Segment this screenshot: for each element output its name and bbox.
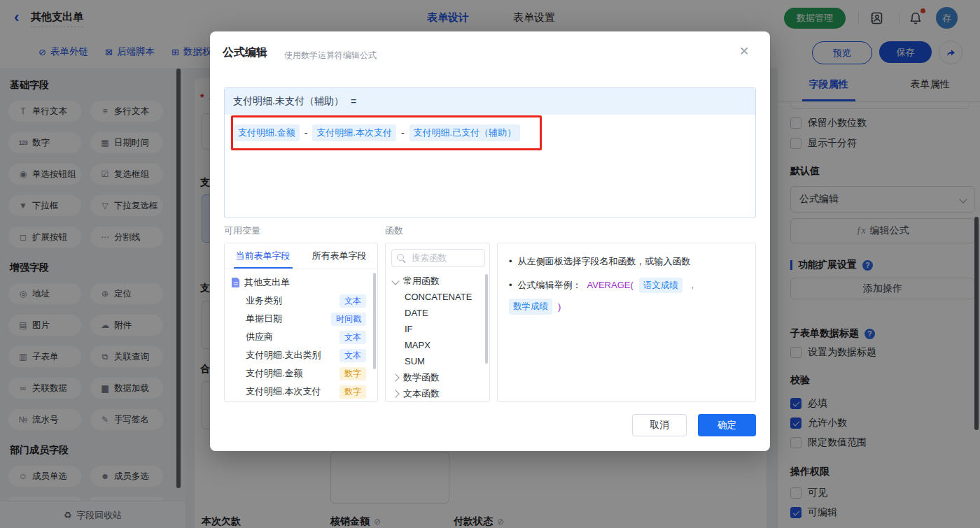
function-search[interactable] — [391, 249, 485, 267]
type-badge: 时间戳 — [331, 313, 366, 326]
function-group-common[interactable]: 常用函数 — [386, 273, 489, 289]
modal-title: 公式编辑 — [223, 45, 267, 60]
close-icon[interactable]: ✕ — [739, 44, 749, 59]
variables-scrollbar[interactable] — [373, 273, 376, 369]
confirm-button[interactable]: 确定 — [698, 414, 756, 436]
function-item[interactable]: SUM — [386, 353, 489, 369]
tab-current-form-fields[interactable]: 当前表单字段 — [225, 243, 301, 269]
functions-scrollbar[interactable] — [485, 274, 488, 364]
variable-item[interactable]: 支付明细.金额数字 — [232, 364, 372, 383]
variable-item[interactable]: 支付明细.已支付（辅助）数字 — [232, 401, 372, 402]
type-badge: 文本 — [340, 349, 366, 362]
chevron-right-icon — [391, 390, 399, 397]
help-example: 公式编辑举例：AVERAGE(语文成绩，数学成绩) — [509, 278, 744, 315]
equals-sign: = — [351, 96, 356, 107]
variable-tree-root[interactable]: 其他支出单 — [232, 273, 372, 292]
help-tip: 从左侧面板选择字段名和函数，或输入函数 — [509, 255, 744, 269]
type-badge: 文本 — [340, 331, 366, 344]
type-badge: 数字 — [340, 367, 366, 380]
function-item[interactable]: DATE — [386, 305, 489, 321]
variable-item[interactable]: 业务类别文本 — [232, 292, 372, 310]
modal-subtitle: 使用数学运算符编辑公式 — [284, 50, 377, 62]
formula-editor-modal: 公式编辑 使用数学运算符编辑公式 ✕ 支付明细.未支付（辅助） = 支付明细.金… — [210, 31, 770, 451]
chevron-right-icon — [391, 373, 399, 381]
tab-all-form-fields[interactable]: 所有表单字段 — [301, 243, 377, 269]
function-item[interactable]: CONCATENATE — [386, 289, 489, 305]
function-group-text[interactable]: 文本函数 — [386, 385, 489, 401]
variable-item[interactable]: 支付明细.支出类别文本 — [232, 346, 372, 364]
formula-token[interactable]: 支付明细.本次支付 — [312, 124, 396, 141]
example-field-chip: 语文成绩 — [639, 278, 682, 294]
variable-item[interactable]: 供应商文本 — [232, 328, 372, 346]
variables-label: 可用变量 — [224, 224, 260, 237]
variable-item[interactable]: 单据日期时间戳 — [232, 310, 372, 328]
functions-label: 函数 — [385, 224, 403, 237]
minus-operator: - — [304, 127, 308, 138]
search-icon — [397, 254, 406, 263]
functions-panel: 常用函数 CONCATENATE DATE IF MAPX SUM 数学函数 文… — [385, 243, 490, 402]
type-badge: 文本 — [340, 294, 366, 308]
function-item[interactable]: IF — [386, 321, 489, 337]
formula-box: 支付明细.未支付（辅助） = 支付明细.金额 - 支付明细.本次支付 - 支付明… — [224, 87, 756, 218]
chevron-down-icon — [391, 277, 399, 285]
variable-item[interactable]: 支付明细.本次支付数字 — [232, 383, 372, 401]
function-group-math[interactable]: 数学函数 — [386, 369, 489, 385]
variables-panel: 当前表单字段 所有表单字段 其他支出单 业务类别文本 单据日期时间戳 供应商文本… — [224, 243, 378, 402]
cancel-button[interactable]: 取消 — [632, 414, 687, 436]
minus-operator: - — [401, 127, 405, 138]
formula-token[interactable]: 支付明细.已支付（辅助） — [410, 124, 521, 141]
function-name: AVERAGE( — [587, 278, 634, 292]
help-panel: 从左侧面板选择字段名和函数，或输入函数 公式编辑举例：AVERAGE(语文成绩，… — [497, 243, 756, 402]
formula-target: 支付明细.未支付（辅助） = — [225, 88, 755, 115]
formula-token[interactable]: 支付明细.金额 — [234, 124, 300, 141]
example-field-chip: 数学成绩 — [509, 299, 552, 315]
function-item[interactable]: MAPX — [386, 337, 489, 353]
form-file-icon — [232, 278, 240, 287]
search-input[interactable] — [410, 252, 477, 264]
formula-input-area[interactable]: 支付明细.金额 - 支付明细.本次支付 - 支付明细.已支付（辅助） — [225, 115, 755, 151]
type-badge: 数字 — [340, 385, 366, 399]
